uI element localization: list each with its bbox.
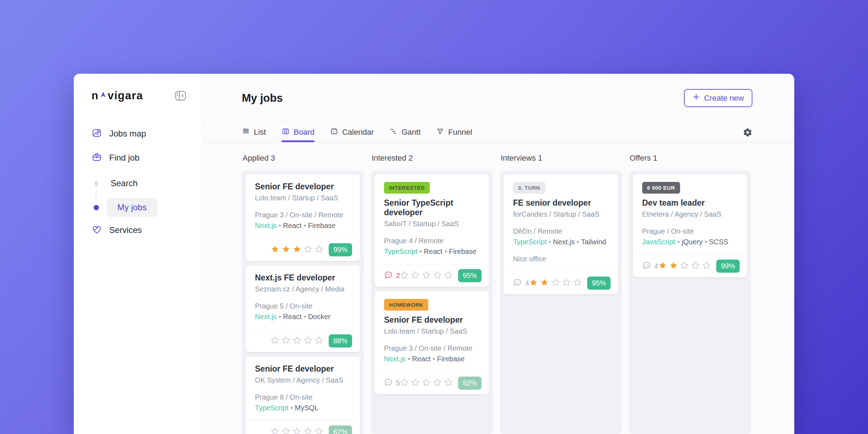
star-icon-empty[interactable]	[304, 336, 312, 346]
job-card[interactable]: Next.js FE developerSeznam.cz / Agency /…	[246, 266, 360, 352]
column-title: Applied 3	[243, 154, 364, 163]
star-icon-empty[interactable]	[271, 336, 279, 346]
tech-stack: Next.js • React • Docker	[255, 313, 351, 321]
star-icon-empty[interactable]	[315, 336, 323, 346]
tech-stack: TypeScript • React • Firebase	[384, 247, 480, 256]
sidebar-item-label: Services	[109, 225, 142, 235]
tab-calendar[interactable]: Calendar	[330, 123, 374, 142]
tech-item: jQuery	[682, 238, 703, 246]
rating-stars	[658, 261, 711, 271]
star-icon-empty[interactable]	[702, 261, 711, 271]
star-icon-filled[interactable]	[540, 278, 549, 288]
star-icon-empty[interactable]	[444, 271, 453, 281]
create-new-button[interactable]: Create new	[684, 89, 752, 107]
comments-number: 4	[525, 279, 529, 287]
sidebar-item-label: Search	[111, 174, 138, 193]
job-card[interactable]: HOMEWORKSenior FE developerLolo.team / S…	[375, 291, 489, 394]
job-card[interactable]: 6 900 EURDev team leaderEtnetera / Agenc…	[633, 174, 747, 277]
star-icon-empty[interactable]	[691, 261, 700, 271]
star-icon-empty[interactable]	[293, 336, 301, 346]
tab-funnel[interactable]: Funnel	[436, 123, 472, 142]
star-icon-empty[interactable]	[282, 427, 290, 434]
star-icon-empty[interactable]	[680, 261, 689, 271]
job-card[interactable]: 3. TURNFE senior developerforCandies / S…	[504, 174, 618, 294]
page-header: My jobs Create new	[202, 74, 794, 122]
star-icon-empty[interactable]	[400, 271, 409, 281]
job-company: Lolo.team / Startup / SaaS	[384, 327, 480, 335]
column-card-container: INTERESTEDSenior TypeScript developerSab…	[371, 171, 493, 434]
comments-number: 5	[396, 379, 400, 387]
job-title: Next.js FE developer	[255, 273, 351, 283]
star-icon-filled[interactable]	[669, 261, 678, 271]
comments-count[interactable]: 4	[513, 278, 529, 289]
column-title: Interested 2	[372, 154, 493, 163]
subnav-dot-active	[94, 205, 99, 210]
tech-item: TypeScript	[384, 247, 417, 255]
tab-label: Calendar	[342, 128, 374, 137]
star-icon-filled[interactable]	[282, 245, 290, 255]
star-icon-empty[interactable]	[293, 427, 301, 434]
settings-icon[interactable]	[743, 123, 752, 142]
bullet-separator: •	[277, 222, 283, 229]
star-icon-empty[interactable]	[282, 336, 290, 346]
star-icon-filled[interactable]	[658, 261, 667, 271]
star-icon-empty[interactable]	[562, 278, 571, 288]
match-percentage-badge: 95%	[587, 277, 611, 290]
star-icon-filled[interactable]	[271, 245, 279, 255]
job-card[interactable]: Senior FE developerOK System / Agency / …	[246, 357, 360, 434]
job-card[interactable]: Senior FE developerLolo.team / Startup /…	[246, 174, 360, 261]
star-icon-empty[interactable]	[271, 427, 279, 434]
tab-list[interactable]: List	[242, 123, 266, 142]
tab-board[interactable]: Board	[282, 123, 315, 142]
status-badge: HOMEWORK	[384, 299, 428, 311]
tab-gantt[interactable]: Gantt	[389, 123, 421, 142]
sidebar-item-my-jobs[interactable]: My jobs	[74, 198, 202, 217]
sidebar-subnav: Search My jobs	[74, 174, 202, 217]
comments-count[interactable]: 4	[642, 261, 658, 272]
star-icon-empty[interactable]	[433, 378, 442, 388]
logo-text-prefix: n	[91, 89, 99, 102]
tech-item: Firebase	[308, 222, 336, 229]
star-icon-empty[interactable]	[400, 378, 409, 388]
rating-stars	[529, 278, 582, 288]
star-icon-empty[interactable]	[551, 278, 560, 288]
map-pin-icon	[91, 128, 102, 140]
job-card-body: HOMEWORKSenior FE developerLolo.team / S…	[375, 291, 489, 372]
star-icon-empty[interactable]	[411, 378, 420, 388]
column-card-container: 6 900 EURDev team leaderEtnetera / Agenc…	[629, 171, 751, 434]
sidebar-item-jobs-map[interactable]: Jobs map	[74, 126, 202, 142]
funnel-icon	[436, 127, 444, 138]
comments-count[interactable]: 2	[384, 271, 400, 281]
job-card[interactable]: INTERESTEDSenior TypeScript developerSab…	[375, 174, 489, 287]
job-card-body: Senior FE developerOK System / Agency / …	[246, 357, 360, 421]
speech-bubble-icon	[642, 261, 651, 272]
bullet-separator: •	[302, 222, 308, 229]
star-icon-empty[interactable]	[433, 271, 442, 281]
star-icon-empty[interactable]	[444, 378, 453, 388]
sidebar-collapse-icon[interactable]	[173, 89, 188, 103]
page-title: My jobs	[242, 92, 283, 105]
star-icon-empty[interactable]	[315, 245, 323, 255]
bullet-separator: •	[575, 238, 581, 246]
job-card-body: Senior FE developerLolo.team / Startup /…	[246, 174, 360, 238]
star-icon-empty[interactable]	[573, 278, 582, 288]
board-column-applied: Applied 3Senior FE developerLolo.team / …	[242, 151, 364, 434]
sidebar-item-label: Find job	[109, 153, 139, 163]
tech-stack: Next.js • React • Firebase	[384, 355, 480, 363]
star-icon-empty[interactable]	[422, 271, 431, 281]
star-icon-empty[interactable]	[304, 245, 312, 255]
sidebar-item-services[interactable]: Services	[74, 222, 202, 238]
sidebar-item-find-job[interactable]: Find job	[74, 150, 202, 166]
sidebar-item-search[interactable]: Search	[74, 174, 202, 193]
match-percentage-badge: 99%	[716, 260, 740, 273]
star-icon-empty[interactable]	[411, 271, 420, 281]
star-icon-empty[interactable]	[304, 427, 312, 434]
main-area: My jobs Create new List Board	[202, 74, 794, 434]
job-company: Seznam.cz / Agency / Media	[255, 285, 351, 293]
comments-count[interactable]: 5	[384, 378, 400, 389]
board-column-interested: Interested 2INTERESTEDSenior TypeScript …	[371, 151, 493, 434]
star-icon-empty[interactable]	[315, 427, 323, 434]
star-icon-filled[interactable]	[293, 245, 301, 255]
star-icon-empty[interactable]	[422, 378, 431, 388]
star-icon-filled[interactable]	[529, 278, 538, 288]
